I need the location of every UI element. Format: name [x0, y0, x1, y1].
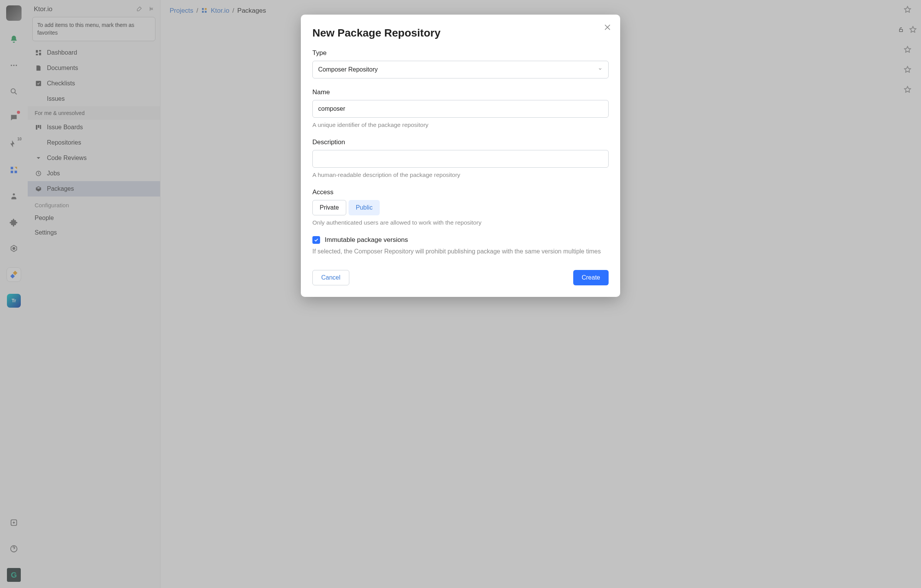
- description-label: Description: [312, 138, 609, 146]
- create-button[interactable]: Create: [573, 270, 609, 285]
- access-helper: Only authenticated users are allowed to …: [312, 219, 609, 226]
- description-input[interactable]: [312, 150, 609, 168]
- field-type: Type Composer Repository: [312, 49, 609, 78]
- name-helper: A unique identifier of the package repos…: [312, 122, 609, 128]
- immutable-checkbox[interactable]: [312, 236, 320, 244]
- field-immutable: Immutable package versions If selected, …: [312, 236, 609, 256]
- immutable-label: Immutable package versions: [325, 236, 408, 244]
- type-label: Type: [312, 49, 609, 57]
- field-access: Access Private Public Only authenticated…: [312, 188, 609, 226]
- access-public-button[interactable]: Public: [349, 200, 380, 215]
- access-label: Access: [312, 188, 609, 196]
- close-icon[interactable]: [603, 23, 612, 33]
- type-select-value: Composer Repository: [318, 66, 378, 73]
- modal-actions: Cancel Create: [312, 270, 609, 285]
- chevron-down-icon: [597, 66, 603, 73]
- name-label: Name: [312, 88, 609, 96]
- access-toggle: Private Public: [312, 200, 380, 215]
- field-name: Name A unique identifier of the package …: [312, 88, 609, 128]
- field-description: Description A human-readable description…: [312, 138, 609, 178]
- name-input[interactable]: [312, 100, 609, 118]
- new-package-repo-modal: New Package Repository Type Composer Rep…: [301, 15, 620, 297]
- immutable-helper: If selected, the Composer Repository wil…: [312, 247, 609, 256]
- access-private-button[interactable]: Private: [312, 200, 346, 215]
- modal-scrim[interactable]: New Package Repository Type Composer Rep…: [0, 0, 921, 588]
- description-helper: A human-readable description of the pack…: [312, 172, 609, 178]
- cancel-button[interactable]: Cancel: [312, 270, 349, 285]
- modal-title: New Package Repository: [312, 27, 609, 39]
- type-select[interactable]: Composer Repository: [312, 61, 609, 78]
